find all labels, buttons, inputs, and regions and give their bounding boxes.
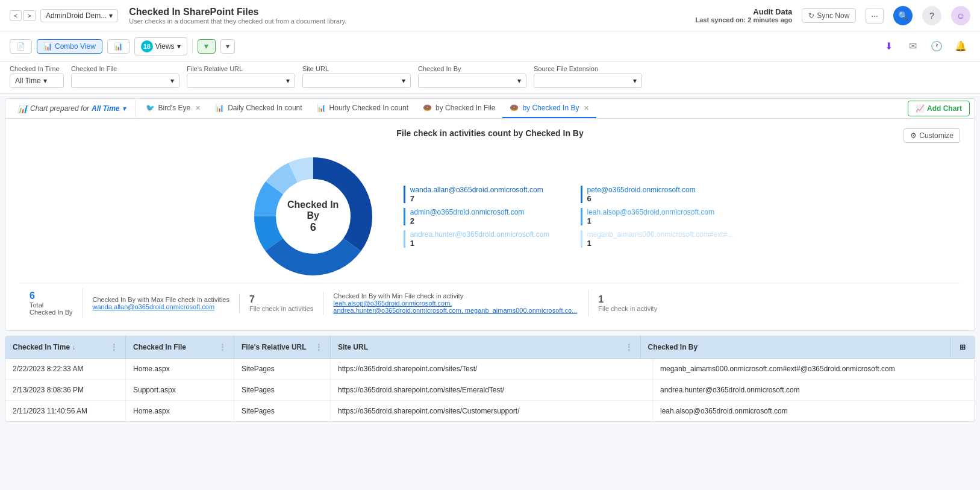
legend-count: 2 bbox=[410, 216, 557, 225]
nav-arrows: < > bbox=[10, 10, 36, 21]
donut-center-label: Checked In By bbox=[280, 199, 346, 221]
legend-email: leah.alsop@o365droid.onmicrosoft.com bbox=[587, 208, 734, 216]
col-separator[interactable]: ⋮ bbox=[110, 342, 118, 352]
td-relative-url: SitePages bbox=[234, 359, 331, 379]
sync-icon: ↻ bbox=[808, 11, 814, 20]
stat-checked-in-by-label: Checked In By bbox=[30, 309, 73, 316]
close-birds-eye-icon[interactable]: ✕ bbox=[195, 104, 201, 112]
site-url-label: Site URL bbox=[302, 65, 411, 72]
sync-now-button[interactable]: ↻ Sync Now bbox=[802, 8, 856, 23]
select-chevron-icon: ▾ bbox=[170, 77, 174, 85]
checked-in-by-label: Checked In By bbox=[418, 65, 526, 72]
top-header: < > AdminDroid Dem... ▾ Checked In Share… bbox=[0, 0, 980, 31]
filter-more-button[interactable]: ▾ bbox=[220, 39, 235, 54]
th-site-url[interactable]: Site URL ⋮ bbox=[331, 336, 641, 358]
tab-hourly-checked-in[interactable]: 📊 Hourly Checked In count bbox=[310, 99, 416, 118]
stat-total-label: Total bbox=[30, 301, 73, 309]
legend-count: 1 bbox=[587, 216, 734, 225]
help-button[interactable]: ? bbox=[922, 6, 941, 25]
stat-min-value[interactable]: leah.alsop@o365droid.onmicrosoft.com, an… bbox=[333, 300, 578, 314]
td-file: Home.aspx bbox=[126, 359, 234, 379]
sort-icon: ↓ bbox=[72, 344, 75, 351]
table-row[interactable]: 2/11/2023 11:40:56 AM Home.aspx SitePage… bbox=[5, 401, 975, 421]
legend-item: andrea.hunter@o365droid.onmicrosoft.com … bbox=[404, 230, 557, 248]
chart-icon-button[interactable]: 📊 bbox=[107, 39, 130, 54]
stat-max-value[interactable]: wanda.allan@o365droid.onmicrosoft.com bbox=[93, 303, 229, 310]
td-site-url: https://o365droid.sharepoint.com/sites/C… bbox=[331, 401, 653, 421]
add-chart-button[interactable]: 📈 Add Chart bbox=[908, 101, 970, 116]
th-settings[interactable]: ⊞ bbox=[950, 337, 975, 357]
select-chevron-icon: ▾ bbox=[402, 77, 405, 85]
donut-chart[interactable]: Checked In By 6 bbox=[247, 150, 379, 283]
close-by-by-icon[interactable]: ✕ bbox=[584, 104, 589, 112]
th-checked-in-time[interactable]: Checked In Time ↓ ⋮ bbox=[5, 336, 126, 358]
stat-total: 6 Total Checked In By bbox=[20, 288, 83, 318]
th-files-relative-url[interactable]: File's Relative URL ⋮ bbox=[234, 336, 331, 358]
td-file: Support.aspx bbox=[126, 380, 234, 400]
checked-in-by-select[interactable]: ▾ bbox=[418, 74, 526, 88]
breadcrumb[interactable]: AdminDroid Dem... ▾ bbox=[40, 9, 118, 22]
files-relative-url-select[interactable]: ▾ bbox=[187, 74, 295, 88]
stat-total-number: 6 bbox=[30, 291, 73, 301]
document-icon: 📄 bbox=[16, 42, 25, 51]
customize-button[interactable]: ⚙ Customize bbox=[904, 128, 960, 143]
td-relative-url: SitePages bbox=[234, 401, 331, 421]
legend-item: wanda.allan@o365droid.onmicrosoft.com 7 bbox=[404, 186, 557, 203]
legend-count: 1 bbox=[587, 239, 734, 248]
col-separator[interactable]: ⋮ bbox=[625, 342, 633, 352]
views-button[interactable]: 18 Views ▾ bbox=[134, 37, 187, 55]
document-view-button[interactable]: 📄 bbox=[10, 39, 32, 54]
col-separator[interactable]: ⋮ bbox=[218, 342, 226, 352]
breadcrumb-chevron-icon: ▾ bbox=[109, 11, 113, 20]
col-separator[interactable]: ⋮ bbox=[314, 342, 323, 352]
source-file-ext-select[interactable]: ▾ bbox=[534, 74, 642, 88]
select-chevron-icon: ▾ bbox=[517, 77, 521, 85]
chart-rel-container: File check in activities count by Checke… bbox=[20, 128, 960, 150]
tab-chart-prepared[interactable]: 📊 Chart prepared for All Time ▾ bbox=[10, 99, 133, 118]
download-button[interactable]: ⬇ bbox=[879, 37, 898, 56]
search-button[interactable]: 🔍 bbox=[893, 6, 913, 25]
site-url-filter: Site URL ▾ bbox=[302, 65, 411, 88]
clock-button[interactable]: 🕐 bbox=[927, 37, 946, 56]
site-url-select[interactable]: ▾ bbox=[302, 74, 411, 88]
by-file-chart-icon: 🍩 bbox=[423, 104, 432, 112]
table-row[interactable]: 2/13/2023 8:08:36 PM Support.aspx SitePa… bbox=[5, 380, 975, 401]
checked-in-file-filter: Checked In File ▾ bbox=[71, 65, 179, 88]
chart-prepared-icon: 📊 bbox=[17, 104, 28, 113]
tab-by-checked-in-file[interactable]: 🍩 by Checked In File bbox=[416, 99, 502, 118]
stat-min-label: Checked In By with Min File check in act… bbox=[333, 292, 578, 300]
bell-button[interactable]: 🔔 bbox=[951, 37, 970, 56]
table-settings-icon[interactable]: ⊞ bbox=[960, 343, 966, 351]
nav-back-button[interactable]: < bbox=[10, 10, 22, 21]
email-button[interactable]: ✉ bbox=[903, 37, 922, 56]
legend-item: pete@o365droid.onmicrosoft.com 6 bbox=[581, 186, 734, 203]
chart-title: File check in activities count by Checke… bbox=[396, 128, 583, 138]
select-chevron-icon: ▾ bbox=[286, 77, 290, 85]
td-site-url: https://o365droid.sharepoint.com/sites/E… bbox=[331, 380, 653, 400]
audit-data-block: Audit Data Last synced on: 2 minutes ago bbox=[696, 7, 793, 24]
td-time: 2/13/2023 8:08:36 PM bbox=[5, 380, 126, 400]
checked-in-file-label: Checked In File bbox=[71, 65, 179, 72]
feedback-button[interactable]: ☺ bbox=[951, 6, 970, 25]
td-relative-url: SitePages bbox=[234, 380, 331, 400]
more-options-button[interactable]: ··· bbox=[866, 8, 884, 24]
chart-tabs: 📊 Chart prepared for All Time ▾ 🐦 Bird's… bbox=[5, 99, 975, 119]
checked-in-time-select[interactable]: All Time ▾ bbox=[10, 74, 64, 88]
legend-count: 7 bbox=[410, 194, 557, 203]
th-checked-in-file[interactable]: Checked In File ⋮ bbox=[126, 336, 234, 358]
stat-min-count-number: 1 bbox=[598, 294, 657, 305]
table-row[interactable]: 2/22/2023 8:22:33 AM Home.aspx SitePages… bbox=[5, 359, 975, 380]
tab-by-checked-in-by[interactable]: 🍩 by Checked In By ✕ bbox=[502, 99, 596, 118]
stat-max: Checked In By with Max File check in act… bbox=[83, 294, 240, 313]
views-label: Views bbox=[155, 42, 175, 51]
nav-forward-button[interactable]: > bbox=[23, 10, 35, 21]
source-file-ext-label: Source File Extension bbox=[534, 65, 642, 72]
combo-view-button[interactable]: 📊 Combo View bbox=[37, 39, 102, 54]
th-checked-in-by[interactable]: Checked In By bbox=[641, 337, 951, 357]
filter-button[interactable]: ▼ bbox=[198, 39, 216, 54]
tab-birds-eye[interactable]: 🐦 Bird's Eye ✕ bbox=[139, 99, 208, 118]
chart-top-row: File check in activities count by Checke… bbox=[20, 128, 960, 150]
tab-daily-checked-in[interactable]: 📊 Daily Checked In count bbox=[208, 99, 309, 118]
checked-in-file-select[interactable]: ▾ bbox=[71, 74, 179, 88]
audit-label: Audit Data bbox=[696, 7, 793, 16]
